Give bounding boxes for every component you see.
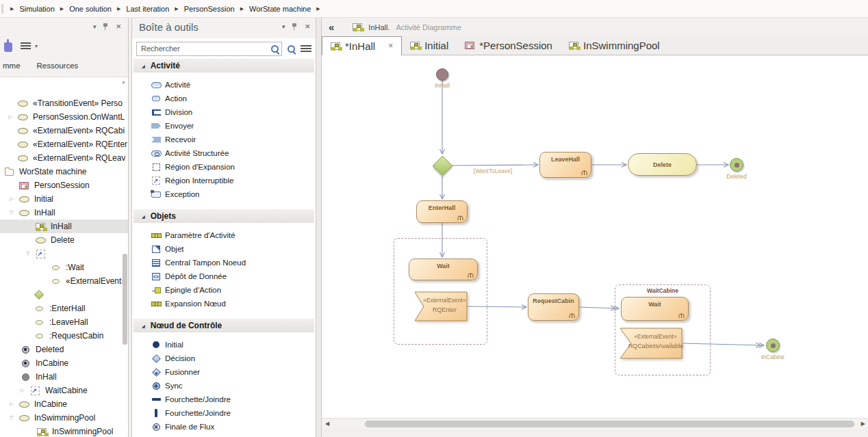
tool-activit[interactable]: Activité [132, 78, 316, 92]
tree-item-delete[interactable]: Delete [0, 233, 128, 247]
tool-division[interactable]: Division [132, 105, 316, 119]
tree-item-inswimmingpool[interactable]: InSwimmingPool [0, 425, 128, 437]
editor-tab-inhall[interactable]: *InHall× [322, 36, 402, 55]
tree-item-transitionevent-perso[interactable]: «TransitionEvent» Perso [0, 96, 128, 110]
expander-icon[interactable]: ▽ [23, 251, 33, 256]
tree-item-personsession-onwantl[interactable]: ▷PersonSession.OnWantL [0, 110, 128, 124]
advanced-search-icon[interactable] [287, 44, 296, 53]
node-final-deleted[interactable] [730, 158, 743, 172]
breadcrumb-item-worstate-machine[interactable]: WorState machine [249, 5, 311, 13]
node-accept-rqcabinisavailable[interactable]: «ExternalEvent»RQCabinIsAvailable [620, 328, 682, 359]
tree-item-enterhall[interactable]: :EnterHall [0, 302, 128, 315]
tree-item-inhall[interactable]: InHall [0, 220, 128, 233]
tool-pingle-d-action[interactable]: Épingle d'Action [132, 283, 316, 297]
node-accept-rqenter[interactable]: «ExternalEvent»RQEnter [414, 291, 468, 321]
node-initial-inhall[interactable] [436, 68, 448, 81]
expander-icon[interactable]: ▷ [7, 196, 16, 202]
close-panel-icon[interactable]: × [116, 23, 121, 31]
explorer-menu-icon[interactable] [21, 42, 31, 49]
tool-objet[interactable]: Objet [132, 242, 316, 256]
tree-item-initial[interactable]: ▷Initial [0, 192, 128, 206]
node-wait-hall[interactable]: Wait [409, 259, 478, 280]
tool-r-gion-interruptible[interactable]: Région Interruptible [132, 174, 316, 187]
tree-item-inswimmingpool[interactable]: ▽InSwimmingPool [0, 411, 128, 425]
tool-param-tre-d-activit[interactable]: Paramètre d'Activité [132, 228, 316, 242]
node-enterhall[interactable]: EnterHall [416, 200, 468, 223]
tool-finale-de-flux[interactable]: Finale de Flux [132, 420, 316, 434]
explorer-menu-dropdown-icon[interactable]: ▾ [35, 43, 38, 49]
tool-fusionner[interactable]: Fusionner [132, 365, 316, 379]
tool-envoyer[interactable]: Envoyer [132, 119, 316, 133]
tree-item-wait[interactable]: :Wait [0, 261, 128, 274]
node-wait-cabine[interactable]: Wait [621, 297, 689, 321]
tool-sync[interactable]: Sync [132, 379, 316, 393]
tool-initial[interactable]: Initial [132, 338, 316, 352]
tool-action[interactable]: Action [132, 92, 316, 105]
tool-activit-structur-e[interactable]: Activité Structurée [132, 146, 316, 160]
toolbox-section-n-ud-de-contr-le[interactable]: ◢Nœud de Contrôle [133, 319, 314, 332]
tool-recevoir[interactable]: Recevoir [132, 133, 316, 146]
tool-expansion-n-ud[interactable]: Expansion Nœud [132, 297, 316, 310]
toolbox-section-objets[interactable]: ◢Objets [133, 209, 314, 223]
node-delete[interactable]: Delete [628, 153, 697, 176]
panel-menu-icon[interactable]: ▾ [93, 23, 97, 31]
breadcrumb-item-simulation[interactable]: Simulation [19, 5, 54, 13]
expander-icon[interactable]: ▷ [5, 114, 15, 120]
pin-icon[interactable] [292, 23, 298, 31]
expander-icon[interactable]: ▽ [7, 210, 16, 215]
breadcrumb-item-one-solution[interactable]: One solution [69, 5, 112, 13]
tree-item-incabine[interactable]: ▷InCabine [0, 397, 128, 411]
tree-item-inhall[interactable]: InHall [0, 370, 128, 384]
scroll-up-icon[interactable]: ▲ [121, 79, 126, 84]
editor-tab-initial[interactable]: Initial [402, 36, 457, 55]
editor-tab-personsession[interactable]: *PersonSession [457, 36, 561, 55]
hscroll-thumb[interactable] [365, 421, 854, 427]
tree-item-externalevent[interactable]: «ExternalEvent» [0, 274, 128, 288]
tool-exception[interactable]: Exception [132, 187, 316, 201]
node-leavehall[interactable]: LeaveHall [539, 152, 591, 178]
tool-r-gion-d-expansion[interactable]: Région d'Expansion [132, 160, 316, 174]
tree-item-externalevent-rqcabi[interactable]: «ExternalEvent» RQCabi [0, 124, 128, 137]
pick-mode-icon[interactable] [4, 42, 12, 52]
breadcrumb-item-last-iteration[interactable]: Last iteration [126, 5, 169, 13]
node-final-incabine[interactable] [766, 339, 780, 352]
editor-tab-inswimmingpool[interactable]: InSwimmingPool [561, 36, 668, 55]
close-tab-icon[interactable]: × [388, 41, 393, 51]
tree-item-diamond[interactable] [0, 288, 128, 302]
close-panel-icon[interactable]: × [305, 23, 310, 31]
pin-icon[interactable] [103, 23, 109, 31]
tree-item-inhall[interactable]: ▽InHall [0, 206, 128, 220]
tree-item-personsession[interactable]: PersonSession [0, 178, 128, 192]
expander-icon[interactable]: ▷ [7, 401, 16, 407]
tool-finale[interactable]: Finale [132, 434, 316, 437]
tree-item-region[interactable]: ▽ [0, 247, 128, 261]
tool-d-cision[interactable]: Décision [132, 352, 316, 365]
tool-d-p-t-de-donn-e[interactable]: Dépôt de Donnée [132, 269, 316, 283]
panel-tab-mme[interactable]: mme [1, 60, 22, 71]
tool-central-tampon-noeud[interactable]: Central Tampon Noeud [132, 256, 316, 269]
toolbox-search-input[interactable] [136, 42, 282, 56]
tree-item-worstate-machine[interactable]: WorState machine [0, 165, 128, 178]
toolbox-section-activit[interactable]: ◢Activité [133, 59, 314, 72]
tree-item-waitcabine[interactable]: ▷WaitCabine [0, 384, 128, 397]
tree-scrollbar[interactable] [123, 254, 127, 345]
breadcrumb-item-personsession[interactable]: PersonSession [184, 5, 235, 13]
expander-icon[interactable]: ▷ [18, 388, 27, 393]
tree-item-externalevent-rqleav[interactable]: «ExternalEvent» RQLeav [0, 151, 128, 165]
tree-item-requestcabin[interactable]: :RequestCabin [0, 329, 128, 343]
collapse-panel-icon[interactable]: « [329, 21, 334, 33]
expander-icon[interactable]: ▽ [7, 415, 16, 421]
tool-fourchette-joindre[interactable]: Fourchette/Joindre [132, 393, 316, 406]
tree-item-deleted[interactable]: Deleted [0, 343, 128, 356]
tree-item-leavehall[interactable]: :LeaveHall [0, 315, 128, 329]
scroll-left-icon[interactable]: ◀ [325, 421, 329, 427]
toolbox-menu-icon[interactable] [301, 45, 311, 52]
node-requestcabin[interactable]: RequestCabin [528, 293, 579, 321]
scroll-right-icon[interactable]: ▶ [861, 421, 865, 427]
tool-fourchette-joindre[interactable]: Fourchette/Joindre [132, 406, 316, 420]
panel-menu-icon[interactable]: ▾ [282, 23, 285, 31]
panel-divider[interactable] [316, 18, 322, 437]
tree-item-externalevent-rqenter[interactable]: «ExternalEvent» RQEnter [0, 137, 128, 151]
diagram-hscrollbar[interactable]: ◀ ▶ [322, 418, 868, 429]
diagram-canvas[interactable]: [WantToLeave] WaitCabineInHallLeaveHallD… [322, 55, 868, 418]
